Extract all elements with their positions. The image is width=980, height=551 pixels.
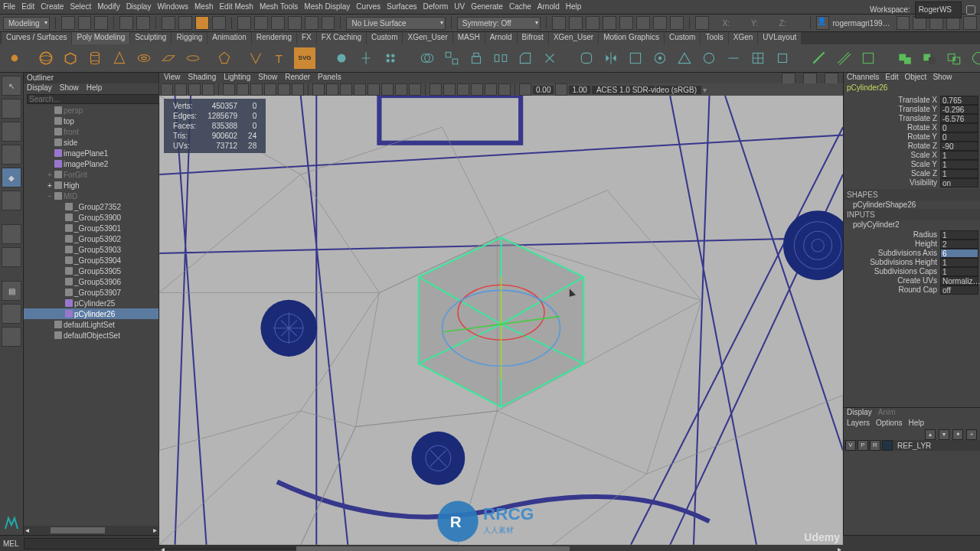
- menu-edit[interactable]: Edit: [21, 0, 34, 14]
- poly-torus-icon[interactable]: [133, 47, 155, 69]
- tab-xgenuser[interactable]: XGen_User: [403, 32, 452, 44]
- layer-move-down-icon[interactable]: ▾: [939, 429, 949, 440]
- multicut-icon[interactable]: [747, 47, 769, 69]
- save-scene-icon[interactable]: [94, 16, 108, 30]
- smooth-preview-icon[interactable]: [625, 47, 646, 69]
- outliner-node[interactable]: +ForGrit: [24, 169, 158, 180]
- scale-tool[interactable]: ◆: [2, 168, 21, 187]
- outliner-node[interactable]: pCylinder26: [24, 308, 158, 319]
- layer-name[interactable]: REF_LYR: [894, 442, 931, 450]
- menu-uv[interactable]: UV: [454, 0, 465, 14]
- symmetry-dropdown[interactable]: Symmetry: Off: [457, 17, 541, 30]
- viewport-canvas[interactable]: R RRCG 人人素材 Verts:4503570Edges:12856790F…: [159, 96, 843, 545]
- outliner-hscroll[interactable]: ◂▸: [24, 526, 158, 535]
- menu-file[interactable]: File: [3, 0, 15, 14]
- tab-rendering[interactable]: Rendering: [252, 32, 296, 44]
- poly-cylinder-icon[interactable]: [84, 47, 106, 69]
- quadrangulate-icon[interactable]: [698, 47, 720, 69]
- tab-arnold[interactable]: Arnold: [485, 32, 517, 44]
- new-scene-icon[interactable]: [61, 16, 75, 30]
- render-settings-icon[interactable]: [619, 16, 633, 30]
- outliner-node[interactable]: _Group27352: [24, 201, 158, 212]
- live-surface-dropdown[interactable]: No Live Surface: [346, 17, 445, 30]
- smooth-icon[interactable]: [576, 47, 597, 69]
- construction-icon[interactable]: [569, 16, 583, 30]
- vpt-icon[interactable]: [188, 83, 201, 96]
- vpt-icon[interactable]: [395, 83, 407, 96]
- tab-polymodeling[interactable]: Poly Modeling: [72, 32, 129, 44]
- select-tool[interactable]: ↖: [2, 76, 21, 96]
- outliner-node[interactable]: +High: [24, 180, 158, 191]
- select-mode-icon[interactable]: [162, 16, 175, 30]
- tab-animation[interactable]: Animation: [207, 32, 250, 44]
- rotate-tool[interactable]: [2, 145, 21, 165]
- tab-fxcaching[interactable]: FX Caching: [317, 32, 366, 44]
- poly-plane-icon[interactable]: [158, 47, 179, 69]
- outliner-node[interactable]: _Group53903: [24, 244, 158, 255]
- sculpt-icon[interactable]: [968, 47, 980, 69]
- cmd-lang-label[interactable]: MEL: [3, 540, 19, 548]
- account-name[interactable]: rogermagri199…: [832, 19, 890, 28]
- hypershade-icon[interactable]: [636, 16, 650, 30]
- menu-select[interactable]: Select: [70, 0, 91, 14]
- layer-row[interactable]: V P R REF_LYR: [844, 440, 980, 451]
- mirror-icon[interactable]: [600, 47, 622, 69]
- layer-vis-toggle[interactable]: V: [845, 440, 856, 451]
- snap-grid-icon[interactable]: [237, 16, 251, 30]
- tab-tools[interactable]: Tools: [701, 32, 727, 44]
- bool-diff-icon[interactable]: [919, 47, 940, 69]
- vpt-icon[interactable]: [312, 83, 325, 96]
- workspace-dropdown[interactable]: RogerWS: [915, 2, 962, 18]
- extrude-icon[interactable]: [466, 47, 487, 69]
- outliner-menu-display[interactable]: Display: [27, 83, 52, 94]
- retopo-icon[interactable]: [649, 47, 671, 69]
- vp-menu-show[interactable]: Show: [258, 73, 277, 83]
- cb-menu-channels[interactable]: Channels: [847, 73, 879, 83]
- undo-icon[interactable]: [119, 16, 133, 30]
- layer-new-icon[interactable]: ✦: [952, 429, 963, 440]
- cb-menu-object[interactable]: Object: [905, 73, 927, 83]
- outliner-node[interactable]: _Group53907: [24, 287, 158, 298]
- vpt-icon[interactable]: [237, 83, 249, 96]
- tab-custom[interactable]: Custom: [367, 32, 402, 44]
- select-all-icon[interactable]: [212, 16, 226, 30]
- outliner-node[interactable]: imagePlane2: [24, 158, 158, 169]
- poly-disc-icon[interactable]: [182, 47, 204, 69]
- layers-menu-options[interactable]: Options: [876, 419, 902, 429]
- outliner-toggle-icon[interactable]: ▤: [2, 281, 21, 301]
- menu-modify[interactable]: Modify: [97, 0, 119, 14]
- outliner-node[interactable]: defaultObjectSet: [24, 330, 158, 341]
- layer-color-swatch[interactable]: [882, 440, 893, 451]
- snap-curve-icon[interactable]: [254, 16, 268, 30]
- open-scene-icon[interactable]: [78, 16, 92, 30]
- outliner-node[interactable]: persp: [24, 105, 158, 116]
- menu-arnold[interactable]: Arnold: [537, 0, 560, 14]
- vpt-icon[interactable]: [175, 83, 187, 96]
- four-view-icon[interactable]: [2, 247, 21, 267]
- tab-bifrost[interactable]: Bifrost: [518, 32, 548, 44]
- menu-windows[interactable]: Windows: [157, 0, 188, 14]
- history-icon[interactable]: [552, 16, 566, 30]
- outliner-node[interactable]: top: [24, 116, 158, 126]
- tab-rigging[interactable]: Rigging: [172, 32, 207, 44]
- vp-colorspace-dropdown[interactable]: ACES 1.0 SDR-video (sRGB): [592, 86, 701, 94]
- menu-surfaces[interactable]: Surfaces: [387, 0, 416, 14]
- vpt-icon[interactable]: [519, 83, 531, 96]
- cb-input-name[interactable]: polyCylinder2: [844, 220, 980, 229]
- menu-help[interactable]: Help: [566, 0, 582, 14]
- outliner-menu-help[interactable]: Help: [87, 83, 103, 94]
- vpt-icon[interactable]: [161, 83, 173, 96]
- tab-custom2[interactable]: Custom: [665, 32, 700, 44]
- panel-layout-icon[interactable]: [695, 16, 709, 30]
- vpt-icon[interactable]: [292, 83, 304, 96]
- outliner-node[interactable]: _Group53906: [24, 276, 158, 287]
- vp-menu-panels[interactable]: Panels: [318, 73, 341, 83]
- sym-icon[interactable]: [355, 47, 377, 69]
- vpt-icon[interactable]: [250, 83, 263, 96]
- tab-uvlayout[interactable]: UVLayout: [758, 32, 801, 44]
- vpt-icon[interactable]: [368, 83, 380, 96]
- menu-create[interactable]: Create: [41, 0, 64, 14]
- vpt-icon[interactable]: [354, 83, 366, 96]
- menu-display[interactable]: Display: [126, 0, 152, 14]
- insert-edge-icon[interactable]: [808, 47, 830, 69]
